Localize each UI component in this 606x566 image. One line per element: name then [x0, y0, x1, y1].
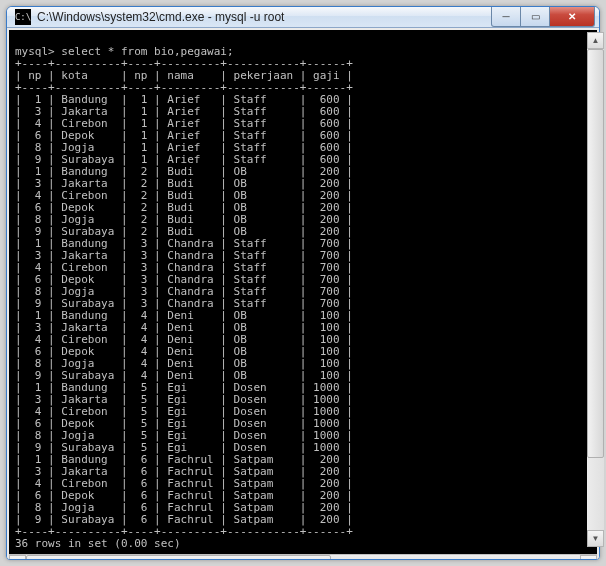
titlebar[interactable]: C:\ C:\Windows\system32\cmd.exe - mysql … — [7, 7, 599, 28]
vertical-scrollbar[interactable]: ▲ ▼ — [587, 32, 600, 547]
close-button[interactable]: ✕ — [549, 7, 595, 27]
scroll-right-button[interactable]: ► — [580, 555, 597, 560]
scroll-thumb[interactable]: ⋮⋮⋮ — [26, 555, 331, 560]
maximize-button[interactable]: ▭ — [520, 7, 550, 27]
cmd-window: C:\ C:\Windows\system32\cmd.exe - mysql … — [6, 6, 600, 560]
vscroll-thumb[interactable] — [587, 49, 600, 458]
scroll-left-button[interactable]: ◄ — [9, 555, 26, 560]
vscroll-track[interactable] — [587, 49, 600, 530]
client-area: mysql> select * from bio,pegawai; +----+… — [7, 28, 599, 560]
scroll-down-button[interactable]: ▼ — [587, 530, 600, 547]
console-output[interactable]: mysql> select * from bio,pegawai; +----+… — [9, 30, 597, 554]
scroll-up-button[interactable]: ▲ — [587, 32, 600, 49]
cmd-icon: C:\ — [15, 9, 31, 25]
minimize-button[interactable]: ─ — [491, 7, 521, 27]
window-controls: ─ ▭ ✕ — [492, 7, 595, 27]
horizontal-scrollbar[interactable]: ◄ ⋮⋮⋮ ► — [9, 554, 597, 560]
window-title: C:\Windows\system32\cmd.exe - mysql -u r… — [37, 10, 492, 24]
scroll-track[interactable]: ⋮⋮⋮ — [26, 555, 580, 560]
